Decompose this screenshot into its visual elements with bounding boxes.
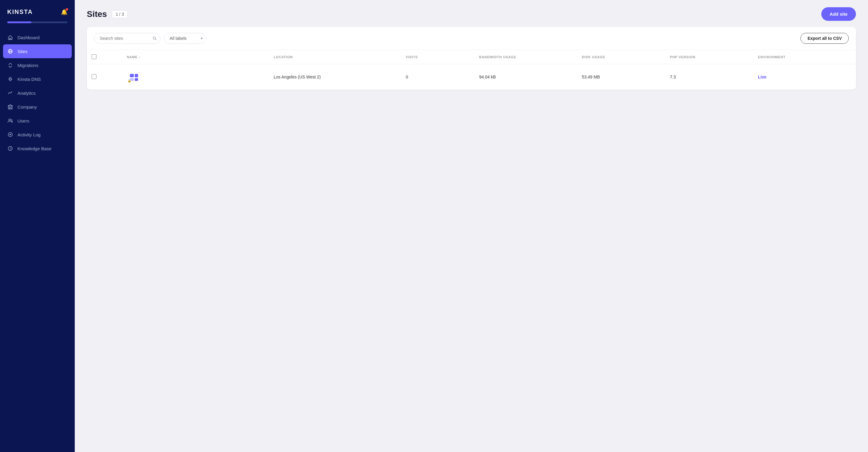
labels-select-wrap: All labelsProductionStagingDevelopment ▾	[164, 33, 206, 44]
sidebar-item-knowledge-label: Knowledge Base	[18, 146, 52, 151]
site-name-cell: 🔒	[122, 64, 269, 90]
sidebar-item-company-label: Company	[18, 105, 37, 110]
col-header-name[interactable]: NAME ↑	[122, 50, 269, 64]
sites-icon	[7, 48, 13, 54]
site-disk: 53.49 MB	[577, 64, 665, 90]
sidebar-nav: Dashboard Sites Migrations Kinsta DNS An…	[0, 30, 75, 452]
knowledge-base-icon: ?	[7, 145, 13, 151]
svg-point-6	[10, 134, 11, 136]
sidebar-item-migrations-label: Migrations	[18, 63, 38, 68]
plan-usage-bar	[7, 22, 67, 23]
col-header-location: LOCATION	[269, 50, 401, 64]
col-header-disk: DISK USAGE	[577, 50, 665, 64]
svg-line-10	[155, 39, 156, 40]
sidebar-item-users[interactable]: Users	[0, 114, 75, 128]
table-toolbar: All labelsProductionStagingDevelopment ▾…	[87, 27, 856, 50]
search-icon	[153, 36, 157, 40]
sidebar-item-activity-log[interactable]: Activity Log	[0, 128, 75, 142]
home-icon	[7, 34, 13, 40]
notification-dot	[66, 8, 68, 10]
page-title: Sites	[87, 9, 107, 19]
company-icon	[7, 104, 13, 110]
search-icon-button[interactable]	[153, 36, 157, 40]
col-header-bandwidth: BANDWIDTH USAGE	[474, 50, 577, 64]
sidebar-item-migrations[interactable]: Migrations	[0, 58, 75, 72]
main-content: Sites 1 / 3 Add site	[75, 0, 868, 452]
site-environment[interactable]: Live	[753, 64, 856, 90]
site-name-content: 🔒	[127, 71, 264, 83]
logo-sq-2	[135, 74, 138, 77]
logo-sq-1	[130, 74, 134, 77]
col-header-check	[87, 50, 122, 64]
users-icon	[7, 118, 13, 124]
add-site-button[interactable]: Add site	[821, 7, 856, 21]
dns-icon	[7, 76, 13, 82]
sidebar-item-sites[interactable]: Sites	[3, 44, 72, 58]
site-bandwidth: 94.04 kB	[474, 64, 577, 90]
content-area: All labelsProductionStagingDevelopment ▾…	[75, 27, 868, 452]
sidebar-item-dashboard[interactable]: Dashboard	[0, 30, 75, 44]
sidebar-item-analytics-label: Analytics	[18, 90, 36, 96]
site-favicon: 🔒	[127, 71, 139, 83]
table-row: 🔒	[87, 64, 856, 90]
search-input-wrap	[94, 33, 160, 44]
sidebar-item-activity-label: Activity Log	[18, 132, 41, 137]
col-header-environment: ENVIRONMENT	[753, 50, 856, 64]
site-logo-grid	[130, 74, 138, 81]
labels-select[interactable]: All labelsProductionStagingDevelopment	[164, 33, 206, 44]
table-body: 🔒	[87, 64, 856, 90]
environment-badge[interactable]: Live	[758, 75, 767, 79]
sidebar-item-users-label: Users	[18, 118, 29, 123]
lock-icon: 🔒	[127, 79, 131, 82]
col-header-php: PHP VERSION	[665, 50, 753, 64]
site-php: 7.3	[665, 64, 753, 90]
plan-usage-fill	[7, 22, 31, 23]
analytics-icon	[7, 90, 13, 96]
search-input[interactable]	[94, 33, 160, 44]
notification-bell[interactable]: 🔔	[61, 9, 67, 16]
sidebar: KINSTA 🔔 Dashboard Sites Migrations	[0, 0, 75, 452]
kinsta-logo: KINSTA	[7, 8, 33, 16]
sites-table: NAME ↑ LOCATION VISITS BANDWIDTH USAGE D…	[87, 50, 856, 90]
sidebar-item-dns-label: Kinsta DNS	[18, 77, 41, 82]
site-location: Los Angeles (US West 2)	[269, 64, 401, 90]
svg-text:?: ?	[9, 147, 11, 150]
sidebar-item-sites-label: Sites	[18, 49, 27, 54]
export-csv-button[interactable]: Export all to CSV	[801, 33, 849, 44]
page-header: Sites 1 / 3 Add site	[75, 0, 868, 27]
col-header-visits: VISITS	[401, 50, 474, 64]
sidebar-header: KINSTA 🔔	[0, 0, 75, 22]
row-select-checkbox[interactable]	[92, 74, 96, 79]
svg-point-4	[9, 119, 10, 121]
sidebar-item-kinsta-dns[interactable]: Kinsta DNS	[0, 72, 75, 86]
sites-table-card: All labelsProductionStagingDevelopment ▾…	[87, 27, 856, 90]
header-left: Sites 1 / 3	[87, 9, 128, 19]
row-checkbox-cell	[87, 64, 122, 90]
select-all-checkbox[interactable]	[92, 54, 96, 59]
migrations-icon	[7, 62, 13, 68]
table-header: NAME ↑ LOCATION VISITS BANDWIDTH USAGE D…	[87, 50, 856, 64]
sort-icon: ↑	[139, 55, 141, 59]
sidebar-item-company[interactable]: Company	[0, 100, 75, 114]
toolbar-left: All labelsProductionStagingDevelopment ▾	[94, 33, 206, 44]
site-visits: 0	[401, 64, 474, 90]
sidebar-item-dashboard-label: Dashboard	[18, 35, 39, 40]
logo-sq-4	[135, 78, 138, 81]
sites-count-badge: 1 / 3	[112, 10, 128, 18]
sidebar-item-knowledge-base[interactable]: ? Knowledge Base	[0, 142, 75, 156]
svg-point-9	[153, 37, 156, 39]
sidebar-item-analytics[interactable]: Analytics	[0, 86, 75, 100]
activity-log-icon	[7, 132, 13, 138]
